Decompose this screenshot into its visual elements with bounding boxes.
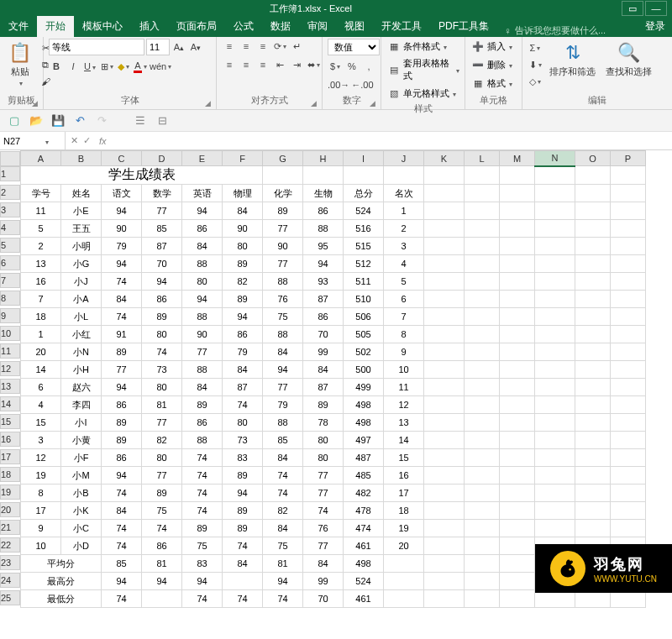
cell[interactable]: 77 — [102, 361, 142, 379]
font-size-input[interactable] — [146, 39, 170, 55]
col-header-C[interactable]: C — [102, 151, 142, 166]
cell[interactable]: 小G — [61, 255, 102, 273]
cell[interactable] — [575, 326, 611, 343]
delete-cells-button[interactable]: ➖删除 — [470, 57, 512, 72]
cell[interactable]: 88 — [263, 273, 303, 291]
cell[interactable]: 80 — [303, 432, 344, 449]
cell[interactable]: 506 — [344, 308, 384, 326]
cell[interactable]: 78 — [303, 414, 344, 432]
cell[interactable]: 平均分 — [21, 555, 102, 573]
decrease-indent-button[interactable]: ⇤ — [272, 57, 287, 72]
cell[interactable]: 语文 — [102, 185, 142, 202]
cell[interactable] — [575, 166, 611, 185]
col-header-B[interactable]: B — [61, 151, 102, 166]
tab-formulas[interactable]: 公式 — [225, 16, 262, 37]
cell[interactable]: 84 — [102, 502, 142, 520]
cell[interactable]: 94 — [182, 291, 223, 308]
cell[interactable]: 461 — [344, 590, 384, 608]
minimize-button[interactable]: — — [645, 1, 667, 16]
cell[interactable] — [575, 449, 611, 467]
cell[interactable] — [611, 361, 646, 379]
cell[interactable]: 94 — [223, 308, 263, 326]
cell[interactable] — [535, 396, 575, 414]
cell[interactable] — [535, 379, 575, 396]
cell[interactable]: 70 — [142, 255, 182, 273]
cell[interactable] — [384, 555, 424, 573]
cell[interactable]: 84 — [263, 520, 303, 537]
cell[interactable]: 94 — [182, 202, 223, 220]
cell[interactable] — [611, 343, 646, 361]
cell[interactable] — [575, 220, 611, 238]
cell[interactable]: 82 — [142, 432, 182, 449]
cell[interactable] — [263, 166, 303, 185]
col-header-A[interactable]: A — [21, 151, 61, 166]
cell[interactable] — [500, 449, 535, 467]
cell[interactable] — [424, 555, 465, 573]
cell[interactable]: 89 — [142, 308, 182, 326]
cell[interactable]: 9 — [384, 343, 424, 361]
insert-cells-button[interactable]: ➕插入 — [470, 39, 512, 54]
cell[interactable] — [611, 379, 646, 396]
cell[interactable]: 名次 — [384, 185, 424, 202]
cell[interactable] — [611, 202, 646, 220]
cell[interactable]: 1 — [384, 202, 424, 220]
cell[interactable]: 99 — [303, 573, 344, 590]
align-bottom-button[interactable]: ≡ — [255, 39, 270, 54]
cell[interactable]: 77 — [182, 343, 223, 361]
dialog-launcher-icon[interactable]: ◢ — [311, 99, 317, 107]
cell[interactable]: 86 — [182, 220, 223, 238]
row-header[interactable]: 6 — [0, 255, 20, 270]
cell[interactable] — [500, 273, 535, 291]
cell[interactable]: 84 — [223, 555, 263, 573]
font-name-input[interactable] — [49, 39, 144, 55]
dialog-launcher-icon[interactable]: ◢ — [370, 99, 375, 107]
cell[interactable]: 76 — [263, 291, 303, 308]
cell[interactable]: 94 — [263, 361, 303, 379]
cell[interactable] — [611, 273, 646, 291]
cell[interactable] — [465, 361, 500, 379]
cell[interactable]: 75 — [263, 308, 303, 326]
cell[interactable] — [424, 238, 465, 255]
underline-button[interactable]: U — [82, 59, 97, 74]
cell[interactable] — [465, 432, 500, 449]
row-header[interactable]: 25 — [0, 590, 20, 605]
row-header[interactable]: 9 — [0, 308, 20, 323]
cell[interactable]: 89 — [102, 432, 142, 449]
cell[interactable]: 最高分 — [21, 573, 102, 590]
cell[interactable] — [611, 520, 646, 537]
cell[interactable]: 500 — [344, 361, 384, 379]
cell[interactable]: 87 — [142, 238, 182, 255]
cell[interactable] — [575, 273, 611, 291]
cell[interactable]: 86 — [102, 396, 142, 414]
cell[interactable] — [611, 185, 646, 202]
cell[interactable]: 2 — [384, 220, 424, 238]
cell[interactable]: 小J — [61, 273, 102, 291]
cell[interactable]: 3 — [21, 432, 61, 449]
bold-button[interactable]: B — [49, 59, 64, 74]
align-top-button[interactable]: ≡ — [222, 39, 237, 54]
col-header-D[interactable]: D — [142, 151, 182, 166]
cell[interactable]: 482 — [344, 484, 384, 502]
cell[interactable] — [575, 343, 611, 361]
cell[interactable] — [424, 537, 465, 555]
cell[interactable] — [384, 166, 424, 185]
cell[interactable] — [465, 166, 500, 185]
cell[interactable]: 88 — [182, 255, 223, 273]
cell[interactable] — [575, 361, 611, 379]
cell[interactable]: 85 — [102, 555, 142, 573]
tab-file[interactable]: 文件 — [0, 16, 37, 37]
cell[interactable]: 20 — [21, 343, 61, 361]
find-select-button[interactable]: 🔍 查找和选择 — [602, 39, 655, 80]
cell[interactable] — [535, 414, 575, 432]
cell[interactable]: 94 — [263, 573, 303, 590]
cell[interactable]: 17 — [384, 484, 424, 502]
cell[interactable] — [384, 573, 424, 590]
cell[interactable] — [424, 255, 465, 273]
cell[interactable] — [535, 343, 575, 361]
cell[interactable]: 91 — [102, 326, 142, 343]
comma-button[interactable]: , — [361, 59, 376, 74]
cell[interactable]: 86 — [182, 414, 223, 432]
cell[interactable] — [465, 326, 500, 343]
cell[interactable]: 485 — [344, 467, 384, 484]
merge-button[interactable]: ⬌ — [306, 57, 321, 72]
